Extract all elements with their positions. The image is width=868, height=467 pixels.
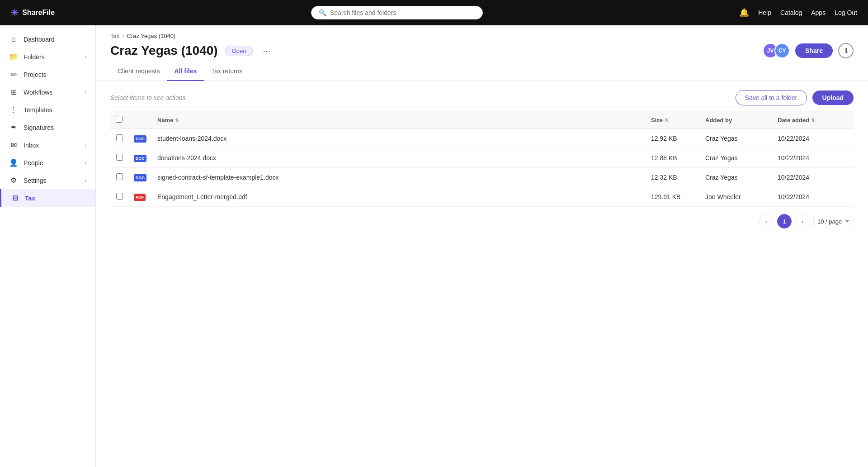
file-type-icon: DOC bbox=[134, 155, 146, 162]
select-all-checkbox[interactable] bbox=[116, 116, 123, 123]
avatar-group: JV CY bbox=[763, 43, 790, 58]
breadcrumb: Tax › Craz Yegas (1040) bbox=[96, 25, 868, 39]
sort-arrows-icon: ⇅ bbox=[811, 118, 815, 123]
info-button[interactable]: ℹ bbox=[838, 43, 854, 58]
row-checkbox[interactable] bbox=[116, 193, 123, 200]
page-1-button[interactable]: 1 bbox=[777, 214, 792, 229]
row-name[interactable]: Engagement_Letter-merged.pdf bbox=[152, 187, 646, 207]
row-icon-cell: PDF bbox=[128, 187, 152, 207]
row-icon-cell: DOC bbox=[128, 148, 152, 168]
chevron-right-icon: › bbox=[85, 177, 86, 184]
search-box[interactable]: 🔍 bbox=[311, 6, 483, 19]
search-input[interactable] bbox=[330, 9, 475, 16]
logo-text: ShareFile bbox=[22, 9, 55, 17]
file-type-icon: PDF bbox=[134, 194, 146, 201]
row-added-by: Craz Yegas bbox=[700, 168, 772, 187]
row-name[interactable]: signed-contract-sf-template-example1.doc… bbox=[152, 168, 646, 187]
logout-link[interactable]: Log Out bbox=[835, 9, 857, 16]
row-added-by: Craz Yegas bbox=[700, 148, 772, 168]
row-name[interactable]: donations-2024.docx bbox=[152, 148, 646, 168]
row-date: 10/22/2024 bbox=[772, 129, 854, 148]
row-added-by: Craz Yegas bbox=[700, 129, 772, 148]
sidebar-item-label: Signatures bbox=[24, 124, 54, 131]
col-added-by-label: Added by bbox=[705, 117, 732, 124]
tab-client-requests[interactable]: Client requests bbox=[110, 62, 167, 81]
sidebar-item-dashboard[interactable]: ⌂ Dashboard bbox=[0, 31, 95, 48]
save-all-folder-button[interactable]: Save all to a folder bbox=[736, 90, 807, 105]
row-size: 12.88 KB bbox=[646, 148, 700, 168]
sidebar-item-label: Templates bbox=[24, 106, 52, 114]
col-size[interactable]: Size ⇅ bbox=[646, 111, 700, 129]
col-added-by: Added by bbox=[700, 111, 772, 129]
col-checkbox bbox=[110, 111, 128, 129]
row-size: 12.32 KB bbox=[646, 168, 700, 187]
settings-icon: ⚙ bbox=[9, 176, 18, 185]
col-date-added[interactable]: Date added ⇅ bbox=[772, 111, 854, 129]
row-date: 10/22/2024 bbox=[772, 148, 854, 168]
apps-link[interactable]: Apps bbox=[811, 9, 826, 16]
row-checkbox[interactable] bbox=[116, 173, 123, 180]
tab-all-files[interactable]: All files bbox=[167, 62, 204, 81]
row-checkbox[interactable] bbox=[116, 134, 123, 141]
dashboard-icon: ⌂ bbox=[9, 35, 18, 43]
row-added-by: Joe Wheeler bbox=[700, 187, 772, 207]
more-options-button[interactable]: ··· bbox=[260, 46, 273, 56]
per-page-select[interactable]: 10 / page 25 / page 50 / page bbox=[813, 216, 854, 227]
status-badge: Open bbox=[225, 46, 253, 56]
templates-icon: ⋮ bbox=[9, 105, 18, 114]
people-icon: 👤 bbox=[9, 158, 18, 167]
col-name-label: Name bbox=[157, 117, 173, 124]
layout: ⌂ Dashboard 📁 Folders › ✏ Projects ⊞ Wor… bbox=[0, 25, 868, 467]
logo-icon: ✳ bbox=[11, 7, 19, 18]
row-icon-cell: DOC bbox=[128, 129, 152, 148]
table-row: DOC signed-contract-sf-template-example1… bbox=[110, 168, 854, 187]
sidebar-item-tax[interactable]: ⊟ Tax bbox=[0, 189, 95, 207]
next-page-button[interactable]: › bbox=[795, 214, 810, 229]
sidebar-item-folders[interactable]: 📁 Folders › bbox=[0, 48, 95, 66]
sidebar-item-projects[interactable]: ✏ Projects bbox=[0, 66, 95, 83]
sidebar-item-settings[interactable]: ⚙ Settings › bbox=[0, 172, 95, 189]
row-checkbox[interactable] bbox=[116, 154, 123, 161]
logo[interactable]: ✳ ShareFile bbox=[11, 7, 55, 18]
tab-tax-returns[interactable]: Tax returns bbox=[204, 62, 250, 81]
table-row: PDF Engagement_Letter-merged.pdf 129.91 … bbox=[110, 187, 854, 207]
search-container: 🔍 bbox=[62, 6, 732, 19]
breadcrumb-parent[interactable]: Tax bbox=[110, 33, 119, 39]
catalog-link[interactable]: Catalog bbox=[780, 9, 802, 16]
help-link[interactable]: Help bbox=[758, 9, 771, 16]
row-checkbox-cell bbox=[110, 168, 128, 187]
row-name[interactable]: student-loans-2024.docx bbox=[152, 129, 646, 148]
sidebar: ⌂ Dashboard 📁 Folders › ✏ Projects ⊞ Wor… bbox=[0, 25, 96, 467]
col-date-label: Date added bbox=[778, 117, 809, 124]
row-checkbox-cell bbox=[110, 187, 128, 207]
col-icon bbox=[128, 111, 152, 129]
actions-bar: Select items to see actions Save all to … bbox=[96, 81, 868, 111]
inbox-icon: ✉ bbox=[9, 141, 18, 149]
projects-icon: ✏ bbox=[9, 70, 18, 79]
sidebar-item-signatures[interactable]: ✒ Signatures bbox=[0, 119, 95, 136]
sidebar-item-workflows[interactable]: ⊞ Workflows › bbox=[0, 83, 95, 101]
col-size-label: Size bbox=[651, 117, 663, 124]
row-date: 10/22/2024 bbox=[772, 187, 854, 207]
sort-arrows-icon: ⇅ bbox=[665, 118, 668, 123]
col-name[interactable]: Name ⇅ bbox=[152, 111, 646, 129]
chevron-right-icon: › bbox=[85, 160, 86, 166]
signatures-icon: ✒ bbox=[9, 123, 18, 132]
row-checkbox-cell bbox=[110, 148, 128, 168]
sidebar-item-label: People bbox=[24, 159, 43, 167]
actions-right: Save all to a folder Upload bbox=[736, 90, 854, 105]
chevron-right-icon: › bbox=[85, 54, 86, 60]
page-title: Craz Yegas (1040) bbox=[110, 43, 218, 58]
sidebar-item-templates[interactable]: ⋮ Templates bbox=[0, 101, 95, 119]
sidebar-item-inbox[interactable]: ✉ Inbox › bbox=[0, 136, 95, 154]
topnav: ✳ ShareFile 🔍 🔔 Help Catalog Apps Log Ou… bbox=[0, 0, 868, 25]
sidebar-item-people[interactable]: 👤 People › bbox=[0, 154, 95, 172]
tax-icon: ⊟ bbox=[10, 194, 19, 202]
share-button[interactable]: Share bbox=[795, 43, 833, 58]
prev-page-button[interactable]: ‹ bbox=[759, 214, 774, 229]
upload-button[interactable]: Upload bbox=[812, 91, 854, 105]
sidebar-item-label: Inbox bbox=[24, 142, 39, 149]
file-type-icon: DOC bbox=[134, 135, 146, 143]
notification-bell-icon[interactable]: 🔔 bbox=[739, 8, 749, 18]
main-content: Tax › Craz Yegas (1040) Craz Yegas (1040… bbox=[96, 25, 868, 467]
